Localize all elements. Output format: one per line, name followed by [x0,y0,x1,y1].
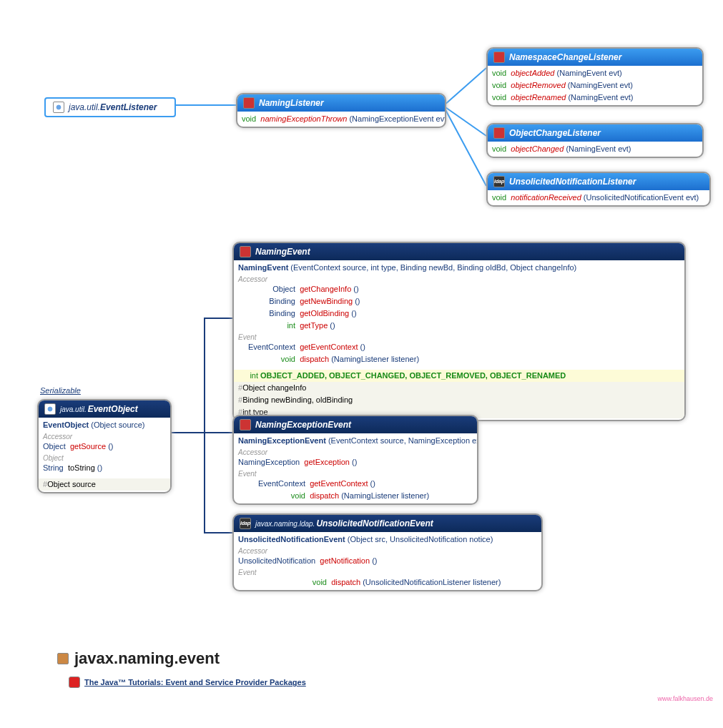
class-header: java.util.EventObject [39,400,170,418]
ldap-icon: ldap [240,518,251,529]
class-name: NamingListener [259,98,324,108]
class-header: NamingExceptionEvent [234,416,477,433]
svg-line-1 [443,68,486,106]
class-name: ObjectChangeListener [509,128,601,138]
class-header: ldap javax.naming.ldap.UnsolicitedNotifi… [234,515,541,532]
interface-icon [493,127,505,139]
class-name: NamespaceChangeListener [509,52,621,62]
unsolicited-notification-listener-box: ldap UnsolicitedNotificationListener voi… [486,172,711,207]
naming-event-box: NamingEvent NamingEvent (EventContext so… [232,242,686,421]
naming-listener-box: NamingListener void namingExceptionThrow… [236,93,446,128]
serializable-label: Serializable [40,386,81,395]
class-icon [240,246,251,257]
object-change-listener-box: ObjectChangeListener void objectChanged … [486,123,704,158]
package-title: javax.naming.event [57,649,220,668]
naming-exception-event-box: NamingExceptionEvent NamingExceptionEven… [232,415,478,505]
class-name: UnsolicitedNotificationEvent [316,518,433,528]
ldap-icon: ldap [493,176,505,187]
namespace-change-listener-box: NamespaceChangeListener void objectAdded… [486,47,704,107]
event-object-box: java.util.EventObject EventObject (Objec… [37,399,172,493]
package-icon [57,653,69,664]
class-icon [44,403,56,415]
watermark: www.falkhausen.de [657,695,713,702]
interface-icon [53,102,64,113]
class-name: NamingExceptionEvent [255,420,351,430]
class-name: EventObject [88,404,138,414]
class-header: ldap UnsolicitedNotificationListener [488,173,709,190]
svg-line-2 [443,106,486,136]
pkg-label: java.util. [69,102,100,112]
oracle-icon [69,677,80,688]
interface-icon [243,97,255,109]
interface-icon [493,51,505,63]
svg-line-3 [443,106,486,186]
class-name: NamingEvent [255,247,310,257]
class-header: ObjectChangeListener [488,124,702,142]
class-icon [240,419,251,431]
class-name: UnsolicitedNotificationListener [509,177,636,187]
class-header: NamingEvent [234,243,684,260]
unsolicited-notification-event-box: ldap javax.naming.ldap.UnsolicitedNotifi… [232,513,543,591]
class-name: EventListener [100,102,157,112]
event-listener-box: java.util.EventListener [44,97,176,117]
class-header: NamingListener [237,94,445,112]
class-header: NamespaceChangeListener [488,49,702,66]
tutorial-link[interactable]: The Java™ Tutorials: Event and Service P… [69,677,306,688]
